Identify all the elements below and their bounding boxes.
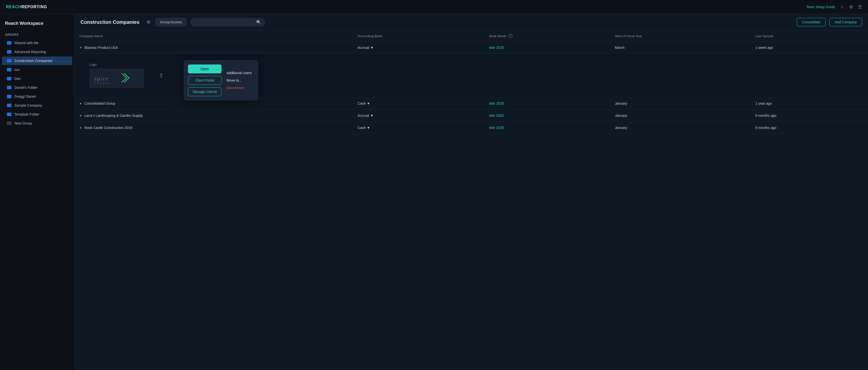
additional-users-link[interactable]: Additional Users — [226, 71, 252, 75]
group-access-button[interactable]: Group Access — [155, 18, 186, 26]
last-synced-larrys: 9 months ago — [755, 113, 776, 117]
sidebar-item-label-construction: Construction Companies — [14, 59, 52, 63]
sidebar-item-dan[interactable]: Dan — [2, 74, 72, 83]
folder-icon-daniels — [7, 86, 11, 89]
workspace-label: Reach Workspace — [0, 19, 74, 31]
td-blastrac-fiscal-year: March — [610, 42, 750, 54]
td-blastrac-book-month: Mar 2020 — [484, 42, 610, 54]
td-blastrac-name: ▼ Blastrac Product USA — [74, 42, 352, 54]
company-name-blastrac: Blastrac Product USA — [85, 46, 118, 49]
table-header-row: Company Name Accounting Basis Book Month… — [74, 31, 868, 42]
expand-btn-consolidated[interactable]: ► — [80, 102, 83, 105]
td-rock-castle-name: ► Rock Castle Construction 2019 — [74, 122, 352, 134]
sidebar-item-label-daniels: Daniel's Folder — [14, 86, 37, 90]
folder-icon-template — [7, 112, 11, 116]
td-blastrac-last-synced: 1 week ago — [750, 42, 868, 54]
td-consolidated-basis: Cash ▼ — [352, 97, 484, 110]
gear-icon[interactable]: ⚙ — [849, 4, 853, 10]
book-month-larrys[interactable]: Mar 2020 — [489, 113, 504, 117]
accounting-basis-blastrac[interactable]: Accrual ▼ — [358, 46, 479, 49]
folder-icon-dan — [7, 77, 11, 80]
th-fiscal-year: Start of Fiscal Year — [610, 31, 750, 42]
td-larrys-basis: Accrual ▼ — [352, 110, 484, 122]
folder-icon-sample — [7, 104, 11, 107]
sidebar-item-sample-company[interactable]: Sample Company — [2, 101, 72, 110]
table-row-blastrac: ▼ Blastrac Product USA Accrual ▼ Mar 202… — [74, 42, 868, 54]
fiscal-year-rock-castle: January — [615, 126, 627, 130]
last-synced-blastrac: 1 week ago — [755, 46, 773, 49]
brightness-icon[interactable]: ☼ — [840, 4, 844, 9]
table-row-rock-castle: ► Rock Castle Construction 2019 Cash ▼ M… — [74, 122, 868, 134]
expanded-td-blastrac: Logo spire — [74, 54, 868, 97]
th-book-month: Book Month ? — [484, 31, 610, 42]
content-header: Construction Companies ⚙ Group Access 🔍 … — [74, 14, 868, 31]
company-name-larrys: Larry's Landscaping & Garden Supply — [85, 113, 143, 117]
td-consolidated-last-synced: 1 year ago — [750, 97, 868, 110]
sidebar-item-label-new-group: New Group — [14, 121, 32, 125]
popup-menu: Open Client Portal Manage Clients Additi… — [184, 60, 258, 100]
accounting-basis-consolidated[interactable]: Cash ▼ — [358, 101, 479, 105]
expand-btn-blastrac[interactable]: ▼ — [80, 46, 83, 49]
sidebar-item-construction-companies[interactable]: Construction Companies — [2, 57, 72, 65]
consolidate-button[interactable]: Consolidate — [797, 18, 826, 26]
td-consolidated-fiscal-year: January — [610, 97, 750, 110]
sidebar-item-label-gregg: Gregg/ Daniel — [14, 95, 36, 98]
sidebar-item-new-group[interactable]: New Group — [2, 119, 72, 128]
folder-icon-csv — [7, 68, 11, 71]
accounting-basis-larrys[interactable]: Accrual ▼ — [358, 113, 479, 117]
team-setup-guide-link[interactable]: Team Setup Guide — [806, 5, 835, 9]
menu-icon[interactable]: ☰ — [858, 4, 862, 10]
book-month-consolidated[interactable]: Mar 2020 — [489, 101, 504, 105]
sidebar-item-label-shared: Shared with Me — [14, 41, 38, 45]
sidebar-item-daniels-folder[interactable]: Daniel's Folder — [2, 83, 72, 92]
folder-icon-gregg — [7, 95, 11, 98]
fiscal-year-blastrac: March — [615, 46, 625, 49]
svg-text:RANGES: RANGES — [94, 82, 110, 84]
settings-icon-btn[interactable]: ⚙ — [146, 19, 151, 26]
fiscal-year-consolidated: January — [615, 101, 627, 105]
book-month-rock-castle[interactable]: Mar 2020 — [489, 126, 504, 130]
td-consolidated-book-month: Mar 2020 — [484, 97, 610, 110]
sidebar-item-shared-with-me[interactable]: Shared with Me — [2, 39, 72, 47]
popup-buttons: Open Client Portal Manage Clients — [188, 65, 221, 96]
topbar: REACHREPORTING Team Setup Guide ☼ ⚙ ☰ — [0, 0, 868, 14]
move-to-link[interactable]: Move to... — [226, 78, 252, 82]
disconnect-link[interactable]: Disconnect — [226, 86, 252, 90]
groups-section-title: Groups — [0, 31, 74, 38]
td-blastrac-basis: Accrual ▼ — [352, 42, 484, 54]
manage-clients-button[interactable]: Manage Clients — [188, 87, 221, 96]
dropdown-arrow-rock-castle: ▼ — [367, 126, 370, 130]
content-area: Construction Companies ⚙ Group Access 🔍 … — [74, 14, 868, 370]
company-name-consolidated: Consolidated Group — [85, 101, 116, 105]
sidebar-item-template-folder[interactable]: Template Folder — [2, 110, 72, 119]
expand-btn-rock-castle[interactable]: ► — [80, 126, 83, 130]
book-month-help-icon[interactable]: ? — [508, 34, 513, 38]
last-synced-rock-castle: 5 months ago — [755, 126, 776, 130]
book-month-blastrac[interactable]: Mar 2020 — [489, 46, 504, 49]
folder-icon-new-group — [7, 122, 11, 125]
td-rock-castle-last-synced: 5 months ago — [750, 122, 868, 134]
logo-placeholder: spire RANGES — [89, 68, 144, 88]
upload-icon[interactable]: ⇧ — [159, 72, 163, 79]
td-larrys-fiscal-year: January — [610, 110, 750, 122]
add-company-button[interactable]: Add Company — [830, 18, 862, 26]
companies-table: Company Name Accounting Basis Book Month… — [74, 31, 868, 134]
sidebar-item-label-csv: csv — [14, 68, 20, 72]
expand-btn-larrys[interactable]: ► — [80, 114, 83, 117]
search-container: 🔍 — [190, 18, 265, 26]
td-rock-castle-basis: Cash ▼ — [352, 122, 484, 134]
open-button[interactable]: Open — [188, 65, 221, 73]
accounting-basis-rock-castle[interactable]: Cash ▼ — [358, 126, 479, 130]
sidebar-item-label-advanced: Advanced Reporting — [14, 50, 46, 54]
td-rock-castle-fiscal-year: January — [610, 122, 750, 134]
th-last-synced: Last Synced — [750, 31, 868, 42]
logo-reach: REACH — [6, 5, 21, 9]
sidebar-item-advanced-reporting[interactable]: Advanced Reporting — [2, 47, 72, 56]
expanded-row-blastrac: Logo spire — [74, 54, 868, 97]
sidebar-item-gregg-daniel[interactable]: Gregg/ Daniel — [2, 92, 72, 101]
search-input[interactable] — [194, 20, 254, 24]
client-portal-button[interactable]: Client Portal — [188, 76, 221, 85]
fiscal-year-larrys: January — [615, 113, 627, 117]
svg-text:spire: spire — [94, 75, 109, 81]
sidebar-item-csv[interactable]: csv — [2, 65, 72, 74]
